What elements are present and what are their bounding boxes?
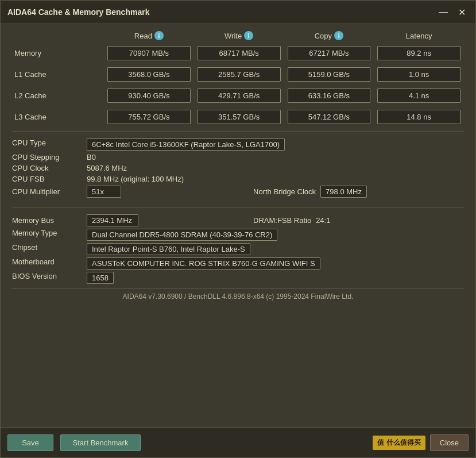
read-info-icon[interactable]: i xyxy=(154,31,164,40)
cpu-clock-label: CPU Clock xyxy=(12,164,87,172)
memory-bus-row: Memory Bus 2394.1 MHz DRAM:FSB Ratio 24:… xyxy=(12,214,464,226)
chipset-label: Chipset xyxy=(12,243,87,252)
main-window: AIDA64 Cache & Memory Benchmark — ✕ Read… xyxy=(0,0,476,458)
bench-write-value: 351.57 GB/s xyxy=(198,110,281,124)
bench-copy-value: 633.16 GB/s xyxy=(288,88,371,103)
bench-read-value: 3568.0 GB/s xyxy=(107,67,191,82)
bios-label: BIOS Version xyxy=(12,272,87,280)
cpu-multiplier-label: CPU Multiplier xyxy=(12,187,87,196)
save-button[interactable]: Save xyxy=(7,434,53,451)
window-controls: — ✕ xyxy=(436,5,469,19)
memory-type-row: Memory Type Dual Channel DDR5-4800 SDRAM… xyxy=(12,229,464,241)
cpu-info-section: CPU Type 6C+8c Intel Core i5-13600KF (Ra… xyxy=(12,136,464,202)
bios-value: 1658 xyxy=(87,272,114,284)
bench-write-value: 68717 MB/s xyxy=(198,46,281,60)
bench-row-label: L1 Cache xyxy=(12,70,104,79)
motherboard-label: Motherboard xyxy=(12,257,87,266)
bench-row: L3 Cache 755.72 GB/s 351.57 GB/s 547.12 … xyxy=(12,110,464,124)
dram-fsb-value: 24:1 xyxy=(316,216,330,225)
chipset-row: Chipset Intel Raptor Point-S B760, Intel… xyxy=(12,243,464,255)
memory-type-value: Dual Channel DDR5-4800 SDRAM (40-39-39-7… xyxy=(87,229,277,241)
bottom-left-buttons: Save Start Benchmark xyxy=(7,434,141,451)
start-benchmark-button[interactable]: Start Benchmark xyxy=(60,434,141,451)
close-button[interactable]: ✕ xyxy=(455,5,469,19)
bench-copy-value: 5159.0 GB/s xyxy=(288,67,371,82)
memory-bus-value: 2394.1 MHz xyxy=(87,214,138,226)
dram-fsb-label: DRAM:FSB Ratio xyxy=(253,216,311,225)
bench-write-value: 429.71 GB/s xyxy=(198,88,281,103)
motherboard-row: Motherboard ASUSTeK COMPUTER INC. ROG ST… xyxy=(12,257,464,270)
memory-type-label: Memory Type xyxy=(12,229,87,237)
cpu-stepping-row: CPU Stepping B0 xyxy=(12,153,464,161)
bench-latency-value: 1.0 ns xyxy=(377,67,460,82)
north-bridge-value: 798.0 MHz xyxy=(320,186,367,198)
cpu-stepping-value: B0 xyxy=(87,153,96,161)
bench-row: L2 Cache 930.40 GB/s 429.71 GB/s 633.16 … xyxy=(12,88,464,103)
cpu-stepping-label: CPU Stepping xyxy=(12,153,87,161)
title-bar: AIDA64 Cache & Memory Benchmark — ✕ xyxy=(1,1,475,24)
bottom-right-buttons: 值 什么值得买 Close xyxy=(373,434,469,451)
bottom-bar: Save Start Benchmark 值 什么值得买 Close xyxy=(1,428,475,457)
bench-rows: Memory 70907 MB/s 68717 MB/s 67217 MB/s … xyxy=(12,46,464,124)
close-bottom-button[interactable]: Close xyxy=(430,434,469,451)
bench-write-value: 2585.7 GB/s xyxy=(198,67,281,82)
separator-1 xyxy=(12,131,464,132)
header-copy: Copy i xyxy=(284,31,374,40)
cpu-type-value: 6C+8c Intel Core i5-13600KF (Raptor Lake… xyxy=(87,138,285,151)
bench-read-value: 70907 MB/s xyxy=(107,46,191,60)
window-title: AIDA64 Cache & Memory Benchmark xyxy=(7,7,149,17)
bench-header: Read i Write i Copy i Latency xyxy=(12,31,464,43)
cpu-fsb-row: CPU FSB 99.8 MHz (original: 100 MHz) xyxy=(12,175,464,183)
bench-latency-value: 89.2 ns xyxy=(377,46,460,60)
bench-row: L1 Cache 3568.0 GB/s 2585.7 GB/s 5159.0 … xyxy=(12,67,464,82)
motherboard-value: ASUSTeK COMPUTER INC. ROG STRIX B760-G G… xyxy=(87,257,320,270)
cpu-type-label: CPU Type xyxy=(12,138,87,147)
bench-read-value: 755.72 GB/s xyxy=(107,110,191,124)
bios-row: BIOS Version 1658 xyxy=(12,272,464,284)
memory-bus-label: Memory Bus xyxy=(12,216,87,225)
cpu-multiplier-row: CPU Multiplier 51x North Bridge Clock 79… xyxy=(12,186,464,198)
cpu-fsb-label: CPU FSB xyxy=(12,175,87,183)
write-info-icon[interactable]: i xyxy=(244,31,253,40)
bench-row-label: L3 Cache xyxy=(12,113,104,121)
bench-latency-value: 4.1 ns xyxy=(377,88,460,103)
cpu-clock-row: CPU Clock 5087.6 MHz xyxy=(12,164,464,172)
bench-read-value: 930.40 GB/s xyxy=(107,88,191,103)
separator-2 xyxy=(12,207,464,207)
cpu-clock-value: 5087.6 MHz xyxy=(87,164,127,172)
bench-row: Memory 70907 MB/s 68717 MB/s 67217 MB/s … xyxy=(12,46,464,60)
watermark-badge[interactable]: 值 什么值得买 xyxy=(373,436,425,450)
footer-text: AIDA64 v7.30.6900 / BenchDLL 4.6.896.8-x… xyxy=(12,288,464,303)
main-content: Read i Write i Copy i Latency Memory 709… xyxy=(1,24,475,428)
copy-info-icon[interactable]: i xyxy=(334,31,343,40)
cpu-type-row: CPU Type 6C+8c Intel Core i5-13600KF (Ra… xyxy=(12,138,464,151)
header-read: Read i xyxy=(104,31,194,40)
bench-row-label: Memory xyxy=(12,49,104,57)
header-write: Write i xyxy=(194,31,284,40)
cpu-fsb-value: 99.8 MHz (original: 100 MHz) xyxy=(87,175,184,183)
bench-copy-value: 67217 MB/s xyxy=(288,46,371,60)
header-latency: Latency xyxy=(374,31,464,40)
bench-copy-value: 547.12 GB/s xyxy=(288,110,371,124)
bench-latency-value: 14.8 ns xyxy=(377,110,460,124)
bench-row-label: L2 Cache xyxy=(12,91,104,100)
memory-info-section: Memory Bus 2394.1 MHz DRAM:FSB Ratio 24:… xyxy=(12,212,464,288)
minimize-button[interactable]: — xyxy=(436,5,450,19)
cpu-multiplier-value: 51x xyxy=(87,186,121,198)
chipset-value: Intel Raptor Point-S B760, Intel Raptor … xyxy=(87,243,250,255)
north-bridge-label: North Bridge Clock xyxy=(253,187,316,196)
